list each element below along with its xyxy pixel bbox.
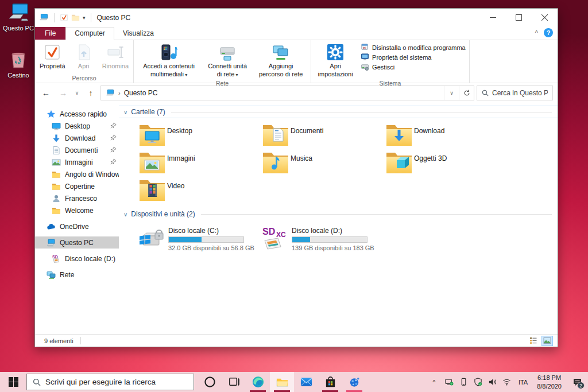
open-settings-button[interactable]: Apri impostazioni (312, 41, 358, 79)
tab-computer[interactable]: Computer (65, 27, 114, 40)
ribbon-group-percorso: Proprietà Apri Rinomina Percorso (35, 40, 134, 83)
taskbar-app-cortana[interactable] (198, 372, 222, 392)
properties-button[interactable]: Proprietà (36, 41, 69, 71)
sidebar-item-questo-pc[interactable]: Questo PC (35, 236, 119, 249)
manage-button[interactable]: Gestisci (361, 63, 466, 71)
sidebar-item-welcome[interactable]: Welcome (35, 204, 119, 216)
sidebar-item-onedrive[interactable]: OneDrive (35, 220, 119, 232)
thumbnail-view-button[interactable] (541, 336, 553, 346)
taskbar-app-mail[interactable] (294, 372, 318, 392)
taskbar-app-store[interactable] (318, 372, 342, 392)
security-tray-icon[interactable] (471, 372, 485, 392)
your-phone-tray-icon[interactable] (457, 372, 471, 392)
desktop-icon-questo-pc[interactable]: Questo PC (2, 3, 35, 32)
drive-tiles: Disco locale (C:)32.0 GB disponibili su … (138, 226, 558, 251)
open-page-icon (75, 43, 93, 61)
taskbar-app-molecule[interactable] (342, 372, 366, 392)
folder-tile-video[interactable]: Video (138, 177, 262, 204)
details-view-button[interactable] (528, 336, 539, 346)
collapse-group-icon[interactable]: ∨ (123, 211, 127, 218)
search-input[interactable] (492, 89, 548, 97)
collapse-group-icon[interactable]: ∨ (123, 109, 127, 115)
sidebar-item-accesso-rapido[interactable]: Accesso rapido (35, 108, 119, 120)
rename-button[interactable]: Rinomina (99, 41, 132, 71)
wifi-icon (502, 378, 511, 386)
address-bar[interactable]: › Questo PC ∨ (100, 86, 474, 100)
sidebar-item-disco-locale-d[interactable]: Disco locale (D:) (35, 253, 119, 265)
address-dropdown-icon[interactable]: ∨ (444, 86, 459, 100)
start-button[interactable] (0, 372, 26, 392)
drive-name: Disco locale (D:) (292, 227, 374, 235)
clock[interactable]: 6:18 PM 8/8/2020 (532, 374, 566, 391)
uninstall-program-button[interactable]: Disinstalla o modifica programma (361, 43, 466, 52)
refresh-button[interactable] (459, 86, 474, 100)
folder-tile-download[interactable]: Download (385, 122, 509, 149)
group-title[interactable]: Dispositivi e unità (2) (131, 210, 195, 218)
forward-button[interactable]: → (56, 86, 71, 100)
taskbar-search[interactable] (26, 374, 194, 390)
qat-customize-caret-icon[interactable]: ▾ (83, 15, 86, 21)
pin-icon (110, 122, 117, 129)
net-icon (47, 270, 56, 280)
group-title[interactable]: Cartelle (7) (131, 108, 165, 116)
taskbar-app-explorer[interactable] (270, 372, 294, 392)
collapse-ribbon-icon[interactable]: ^ (535, 29, 538, 36)
sidebar-item-label: Accesso rapido (60, 110, 107, 118)
sidebar-item-immagini[interactable]: Immagini (35, 156, 119, 168)
breadcrumb[interactable]: › Questo PC (101, 89, 444, 97)
network-tray-icon[interactable] (500, 372, 514, 392)
maximize-button[interactable] (506, 9, 532, 26)
folder-tile-musica[interactable]: Musica (262, 149, 385, 177)
action-center-button[interactable]: 2 (566, 372, 588, 392)
folder-tile-oggetti-3d[interactable]: Oggetti 3D (385, 149, 509, 177)
speaker-icon (488, 378, 497, 386)
tab-file[interactable]: File (35, 27, 65, 40)
group-header-cartelle[interactable]: ∨ Cartelle (7) (119, 106, 558, 118)
recent-locations-caret-icon[interactable]: ∨ (73, 86, 81, 100)
group-label-percorso: Percorso (36, 74, 132, 83)
sidebar-item-francesco[interactable]: Francesco (35, 192, 119, 204)
folder-tile-immagini[interactable]: Immagini (138, 149, 262, 177)
minimize-button[interactable] (480, 9, 506, 26)
map-network-drive-button[interactable]: Connetti unità di rete (203, 41, 252, 79)
sidebar-item-copertine[interactable]: Copertine (35, 180, 119, 192)
drive-size-text: 32.0 GB disponibili su 56.8 GB (168, 244, 254, 251)
drive-tile-disco-locale-d[interactable]: Disco locale (D:)139 GB disponibili su 1… (262, 226, 385, 251)
pic-icon (52, 158, 61, 167)
qat-newfolder-icon[interactable] (71, 13, 80, 22)
taskbar-app-edge[interactable] (246, 372, 270, 392)
close-button[interactable] (532, 9, 558, 26)
sidebar-item-desktop[interactable]: Desktop (35, 120, 119, 132)
sidebar-item-documenti[interactable]: Documenti (35, 144, 119, 156)
title-bar[interactable]: ▾ Questo PC (35, 9, 558, 26)
folder-oggetti-3d-icon (385, 149, 413, 174)
breadcrumb-location[interactable]: Questo PC (124, 89, 158, 97)
open-button[interactable]: Apri (69, 41, 99, 71)
back-button[interactable]: ← (38, 86, 53, 100)
search-box[interactable] (477, 86, 553, 100)
help-icon[interactable]: ? (544, 28, 553, 37)
language-indicator[interactable]: ITA (514, 379, 532, 386)
volume-tray-icon[interactable] (485, 372, 500, 392)
divider (91, 13, 91, 22)
taskbar-app-taskview[interactable] (222, 372, 246, 392)
drive-tile-disco-locale-c[interactable]: Disco locale (C:)32.0 GB disponibili su … (138, 226, 262, 251)
up-button[interactable]: ↑ (83, 86, 98, 100)
group-header-dispositivi[interactable]: ∨ Dispositivi e unità (2) (119, 208, 558, 220)
drive-size-text: 139 GB disponibili su 183 GB (292, 244, 374, 251)
folder-tile-desktop[interactable]: Desktop (138, 122, 262, 149)
tab-visualizza[interactable]: Visualizza (114, 28, 163, 40)
sidebar-item-angolo-di-windows[interactable]: Angolo di Windows (35, 168, 119, 180)
add-network-location-button[interactable]: Aggiungi percorso di rete (252, 41, 310, 79)
sidebar-item-rete[interactable]: Rete (35, 269, 119, 281)
show-hidden-icons-button[interactable]: ^ (426, 372, 442, 392)
qat-properties-icon[interactable] (60, 13, 68, 22)
sidebar-item-download[interactable]: Download (35, 132, 119, 144)
access-media-button[interactable]: Accedi a contenuti multimediali (135, 41, 203, 79)
folder-tile-documenti[interactable]: Documenti (262, 122, 385, 149)
display-status-tray-icon[interactable] (442, 372, 457, 392)
taskbar-search-input[interactable] (45, 378, 188, 386)
desktop-icon-cestino[interactable]: Cestino (2, 51, 35, 79)
desktop-icon-label: Questo PC (2, 25, 35, 32)
system-properties-button[interactable]: Proprietà del sistema (361, 53, 466, 61)
